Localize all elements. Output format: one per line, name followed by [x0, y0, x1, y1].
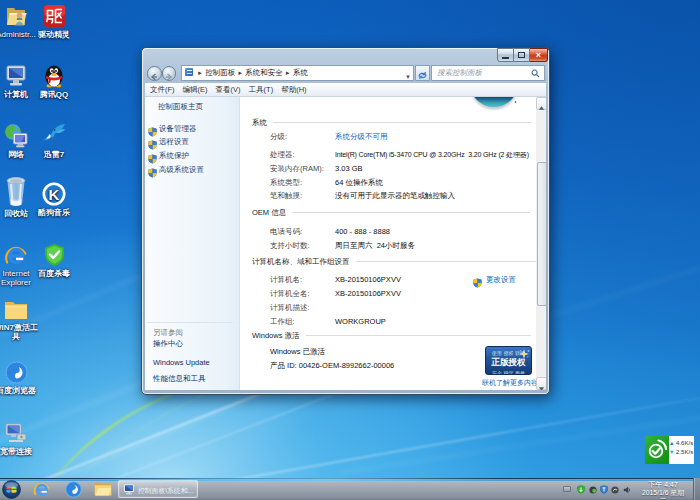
svg-text:K: K	[49, 186, 60, 203]
